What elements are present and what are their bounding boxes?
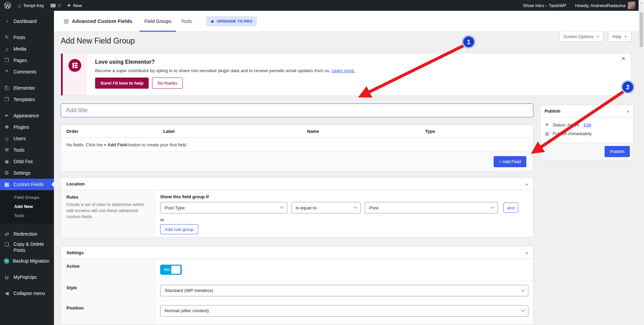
status-text: Status: Active (553, 122, 579, 127)
sidebar-item-label: Appearance (13, 113, 39, 118)
close-icon[interactable]: ✕ (621, 56, 625, 62)
collapse-menu-label: Collapse menu (13, 291, 45, 296)
location-panel: Location ▴ Rules Create a set of rules t… (61, 177, 533, 237)
column-header-type: Type (420, 129, 533, 134)
active-toggle[interactable]: Yes (160, 265, 182, 275)
tab-field-groups[interactable]: Field Groups (140, 11, 176, 32)
help-button[interactable]: Help ▼ (608, 32, 632, 42)
copy-icon: ❏ (3, 241, 10, 247)
and-rule-button[interactable]: and (503, 203, 518, 213)
upgrade-to-pro-button[interactable]: ◆ UPGRADE TO PRO (206, 16, 257, 26)
howdy-label: Howdy, AndreeaRadacina (575, 3, 625, 8)
sidebar-item-dashboard[interactable]: ◔ Dashboard (0, 16, 54, 27)
sidebar-item-settings[interactable]: ⚙ Settings (0, 167, 54, 179)
brush-icon: ✒ (3, 113, 10, 119)
sidebar-item-tools[interactable]: ⚒ Tools (0, 144, 54, 156)
column-header-label: Label (158, 129, 302, 134)
collapse-menu-button[interactable]: ◀ Collapse menu (0, 288, 54, 299)
show-intro-link[interactable]: Show Intro – TasteWP (523, 0, 566, 11)
sidebar-item-label: Dashboard (13, 19, 37, 24)
backup-migration-icon: ↻ (4, 258, 9, 264)
style-setting-label: Style (61, 280, 155, 300)
sidebar-item-custom-fields[interactable]: ▦ Custom Fields (0, 179, 54, 190)
sidebar-item-plugins[interactable]: ✚ Plugins (0, 121, 54, 133)
sidebar-item-redirection[interactable]: ⇄ Redirection (0, 228, 54, 240)
fields-table-panel: Order Label Name Type No fields. Click t… (61, 125, 533, 172)
sidebar-item-label: Posts (13, 35, 25, 40)
screen-options-label: Screen Options (563, 34, 594, 39)
sidebar-item-comments[interactable]: ❝ Comments (0, 66, 54, 78)
sidebar-item-users[interactable]: ☺ Users (0, 133, 54, 144)
account-menu[interactable]: Howdy, AndreeaRadacina (575, 0, 635, 11)
custom-fields-icon: ▦ (3, 181, 10, 187)
chevron-down-icon (491, 205, 494, 209)
column-header-name: Name (302, 129, 420, 134)
scroll-up-arrow-icon[interactable]: ▲ (640, 1, 643, 4)
elementor-notice: Love using Elementor? Become a super con… (61, 53, 631, 96)
sidebar-item-backup-migration[interactable]: ↻ Backup Migration (0, 255, 54, 267)
sidebar-item-mypopups[interactable]: U MyPopUps (0, 271, 54, 283)
sidebar-item-posts[interactable]: ✎ Posts (0, 32, 54, 43)
sidebar-item-label: Plugins (13, 124, 29, 130)
status-pin-icon: ⚑ (545, 122, 550, 127)
sidebar-item-label: Settings (13, 170, 31, 176)
submenu-item-field-groups[interactable]: Field Groups (0, 193, 54, 202)
active-setting-label: Active (61, 259, 155, 280)
scrollbar-track[interactable]: ▲ (639, 0, 644, 325)
publish-box-title: Publish (545, 109, 560, 114)
new-content-menu[interactable]: + New (67, 0, 82, 11)
tools-icon: ⚒ (3, 147, 10, 153)
sidebar-item-appearance[interactable]: ✒ Appearance (0, 110, 54, 121)
location-operator-select[interactable]: is equal to (291, 202, 361, 213)
add-field-button[interactable]: + Add Field (494, 156, 526, 167)
style-select[interactable]: Standard (WP metabox) (160, 285, 528, 296)
next-setting-row-cut (61, 321, 155, 325)
edit-status-link[interactable]: Edit (584, 122, 591, 127)
no-fields-message: No fields. Click the + Add Field button … (61, 138, 533, 152)
sidebar-item-label: Orbit Fox (13, 159, 33, 164)
sidebar-separator (0, 224, 54, 228)
sidebar-item-orbit-fox[interactable]: ◉ Orbit Fox (0, 156, 54, 167)
sidebar-item-label: Redirection (13, 231, 37, 237)
submenu-item-tools[interactable]: Tools (0, 211, 54, 220)
add-rule-group-button[interactable]: Add rule group (160, 224, 198, 234)
sidebar-item-elementor[interactable]: Ⓔ Elementor (0, 82, 54, 94)
comment-bubble-icon (51, 4, 56, 7)
location-param-select[interactable]: Post Type (160, 202, 287, 213)
schedule-text: Publish immediately (553, 131, 592, 136)
comment-count: 0 (58, 3, 60, 8)
collapse-caret-icon[interactable]: ▴ (627, 109, 629, 113)
fields-table-header: Order Label Name Type (61, 125, 533, 138)
chevron-down-icon: ▼ (596, 35, 599, 38)
page-title: Add New Field Group (61, 36, 135, 46)
wordpress-logo-menu[interactable]: Ⓦ (4, 0, 11, 11)
learn-more-link[interactable]: Learn more. (331, 68, 355, 73)
location-value-select[interactable]: Post (365, 202, 498, 213)
notice-accept-button[interactable]: Sure! I'd love to help (95, 78, 149, 89)
sidebar-item-copy-delete-posts[interactable]: ❏ Copy & Delete Posts (0, 240, 54, 255)
sidebar-item-media[interactable]: ♫ Media (0, 43, 54, 55)
chevron-down-icon: ▼ (624, 35, 627, 38)
notice-decline-button[interactable]: No thanks (152, 78, 183, 89)
site-name-label: Tempt Key (23, 3, 44, 8)
publish-button[interactable]: Publish (605, 146, 630, 157)
acf-header: ▦ Advanced Custom Fields Field Groups To… (54, 11, 639, 32)
submenu-item-add-new[interactable]: Add New (0, 202, 54, 211)
scrollbar-thumb[interactable] (640, 12, 643, 47)
sidebar-separator (0, 78, 54, 82)
collapse-caret-icon[interactable]: ▴ (526, 182, 528, 186)
sidebar-separator (0, 267, 54, 271)
media-icon: ♫ (3, 46, 10, 52)
sidebar-item-pages[interactable]: ❐ Pages (0, 55, 54, 66)
comments-menu[interactable]: 0 (51, 0, 60, 11)
field-group-title-input[interactable] (61, 104, 533, 117)
tab-tools[interactable]: Tools (176, 11, 197, 32)
site-name-menu[interactable]: ⌂ Tempt Key (18, 0, 44, 11)
rules-label: Rules (66, 195, 150, 200)
column-header-order: Order (61, 129, 158, 134)
plus-icon: + (67, 2, 71, 9)
position-select[interactable]: Normal (after content) (160, 305, 528, 317)
screen-options-button[interactable]: Screen Options ▼ (559, 32, 604, 42)
collapse-caret-icon[interactable]: ▴ (526, 250, 528, 255)
sidebar-item-templates[interactable]: ❒ Templates (0, 94, 54, 105)
